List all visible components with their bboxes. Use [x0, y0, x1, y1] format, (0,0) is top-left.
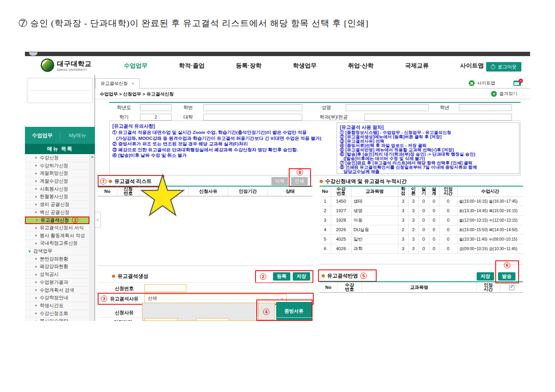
- enroll-cell: 0: [429, 234, 439, 244]
- sidebar-item-label: 검색업무: [33, 248, 52, 254]
- sidebar-item-13[interactable]: ▶분반강좌현황: [25, 255, 89, 263]
- reflect-save-button[interactable]: 저장: [477, 272, 494, 281]
- sidebar-item-16[interactable]: ▶수업평가결과: [25, 279, 89, 286]
- notice-line: 담당교수님께 제출: [340, 170, 517, 174]
- enroll-cell: 0: [419, 225, 429, 234]
- sidebar-collapse-handle[interactable]: <: [95, 212, 101, 228]
- section-bullet-icon: [109, 180, 112, 183]
- sidebar-item-label: 계절희망신청: [40, 170, 68, 177]
- sidebar-item-20[interactable]: ▶수강신청조회: [25, 310, 89, 318]
- form-field-학기[interactable]: 2: [140, 114, 172, 121]
- apply-no-input[interactable]: [144, 284, 186, 292]
- form-field-성명[interactable]: [346, 104, 429, 111]
- sidebar-item-14[interactable]: ▶폐강강좌현황: [25, 263, 89, 271]
- period-start-input[interactable]: [144, 318, 178, 321]
- favorite-link[interactable]: ★ 즐겨찾기: [491, 91, 517, 97]
- sidebar-item-19[interactable]: ▶학생시간표: [25, 302, 89, 310]
- sidebar-item-3[interactable]: ▶계절수강신청: [25, 177, 89, 185]
- site-header: 대구대학교 DAEGU UNIVERSITY 수업업무학적·졸업등록·장학학생업…: [25, 56, 530, 75]
- form-field-학번[interactable]: [203, 104, 302, 111]
- select-all-checkbox[interactable]: [509, 285, 514, 290]
- delete-button[interactable]: 삭제: [271, 177, 288, 185]
- sidebar-item-15[interactable]: ▶성적공시: [25, 271, 89, 279]
- sidebar-scrollbar[interactable]: [89, 154, 95, 321]
- create-save-button[interactable]: 저장: [293, 272, 310, 281]
- nav-item-1[interactable]: 학적·졸업: [179, 62, 205, 70]
- table-row[interactable]: 54025일반33000월(10:30~11:45) 수(09:00~10:15…: [320, 234, 523, 244]
- enroll-cell: 0: [429, 206, 439, 215]
- enroll-cell: 4025: [331, 234, 351, 244]
- sidebar-tab-mymenu[interactable]: My메뉴: [60, 132, 95, 139]
- table-row[interactable]: 42026DU실용22000화(15:00~15:50) 목(14:00~14:…: [320, 225, 523, 234]
- sidebar-item-11[interactable]: ▶국내학점교류신청: [25, 240, 89, 248]
- create-section-title: 유고결석생성: [112, 273, 148, 280]
- nav-item-5[interactable]: 국제교류: [405, 62, 429, 70]
- sidebar-item-17[interactable]: ▶수업계획서 검색: [25, 286, 89, 294]
- notice-left-title: [유고결석 유의사항]: [112, 123, 155, 129]
- reflect-col-header-check: [500, 282, 523, 292]
- nav-item-6[interactable]: 사이트맵: [460, 62, 484, 70]
- enroll-col-header-1: 수강 번호: [331, 187, 351, 196]
- enroll-cell: 0: [439, 244, 457, 253]
- sidebar-item-10[interactable]: ▶봉사 활동계획서 작성: [25, 232, 89, 240]
- sidebar-item-4[interactable]: ▶사회봉사신청: [25, 185, 89, 193]
- form-field-학과(부)/전공[interactable]: [364, 114, 512, 121]
- sidebar-item-label: 봉사이수열람: [40, 318, 68, 321]
- absence-reason-value: 선택: [148, 296, 157, 302]
- notice-line: (가상강좌, MOOC강좌 등 원격수업과 학습기간이 유고결석 허용기간보다 …: [112, 136, 334, 141]
- period-end-input[interactable]: [196, 318, 229, 321]
- table-row[interactable]: 31928아동33000월(12:00~13:15) 수(12:00~13:15…: [320, 215, 523, 225]
- favorite-star-icon: ★: [491, 91, 497, 97]
- sidebar-item-7[interactable]: ▶백신 공결신청: [25, 209, 89, 217]
- tab-label: 유고결석신청: [100, 81, 128, 87]
- sidebar-tab-lecture[interactable]: 수업업무: [25, 132, 60, 139]
- section-bullet-icon: [112, 275, 115, 278]
- period-label: 인정기간: [114, 319, 133, 321]
- create-section-divider: [98, 266, 313, 266]
- table-row[interactable]: 21927생명33000화(13:30~14:45) 목(15:00~16:15…: [320, 206, 523, 215]
- form-field-학년[interactable]: [459, 104, 512, 111]
- logout-button[interactable]: 로그아웃: [486, 62, 521, 72]
- triangle-right-icon: ▶: [35, 312, 37, 315]
- sidebar-item-18[interactable]: ▶수강학점안내: [25, 294, 89, 302]
- nav-item-0[interactable]: 수업업무: [124, 62, 148, 70]
- sidebar-item-1[interactable]: ▶수강허가신청: [25, 162, 89, 170]
- sidebar-item-5[interactable]: ▶헌혈봉사신청: [25, 193, 89, 201]
- register-button[interactable]: 등록: [273, 272, 290, 281]
- form-field-대학[interactable]: [203, 114, 302, 121]
- sidebar-item-12[interactable]: ∨검색업무: [25, 247, 89, 255]
- table-row[interactable]: 64026과학33000금(09:00~10:15) 금(10:30~11:45…: [320, 244, 523, 253]
- nav-item-3[interactable]: 학생업무: [293, 62, 316, 70]
- period-separator: ~: [183, 319, 186, 321]
- sidebar-tabs: 수업업무 My메뉴: [25, 127, 95, 144]
- university-logo[interactable]: 대구대학교 DAEGU UNIVERSITY: [41, 58, 92, 72]
- sidebar-item-9[interactable]: ▶유고결석신청서 서식: [25, 224, 89, 232]
- notice-line: ④ [발송]이후 날짜 수정 및 취소 불가: [112, 153, 334, 158]
- nav-item-4[interactable]: 취업·산학: [348, 62, 374, 70]
- scroll-up-icon[interactable]: [91, 156, 94, 158]
- tab-absence-apply[interactable]: 유고결석신청 ×: [95, 78, 140, 89]
- enroll-cell: 3: [398, 244, 408, 253]
- form-field-학년도[interactable]: [140, 104, 172, 111]
- sidebar-item-8[interactable]: ▶유고결석신청1: [25, 217, 89, 224]
- main-nav: 수업업무학적·졸업등록·장학학생업무취업·산학국제교류사이트맵: [124, 56, 484, 75]
- close-window-icon[interactable]: [513, 81, 521, 86]
- send-button[interactable]: 발송: [498, 272, 515, 281]
- sidebar-item-0[interactable]: ▶수강신청: [25, 154, 89, 162]
- table-row[interactable]: 11450생태33000월(15:00~16:15) 월(16:30~17:45…: [320, 196, 523, 206]
- print-button[interactable]: 인쇄: [291, 177, 308, 185]
- sidebar-item-6[interactable]: ▶생리 공결신청: [25, 201, 89, 209]
- reflect-section-divider: [320, 264, 523, 264]
- sidebar-item-2[interactable]: ▶계절희망신청: [25, 170, 89, 177]
- sidebar-item-21[interactable]: ▶봉사이수열람: [25, 317, 89, 321]
- notice-box: [유고결석 유의사항] ① 유고결석 적용은 대면수업 및 실시간 Zoom 수…: [109, 122, 521, 175]
- triangle-right-icon: ▶: [35, 304, 37, 307]
- apply-no-label: 신청번호: [115, 285, 134, 292]
- form-label: 학년: [434, 104, 455, 111]
- nav-item-2[interactable]: 등록·장학: [236, 62, 261, 70]
- list-col-header-5: 상태: [268, 187, 313, 196]
- tab-close-icon[interactable]: ×: [132, 81, 134, 86]
- sitemap-link[interactable]: ▦ 사이트맵: [469, 80, 495, 86]
- enroll-col-header-4: 이 론: [408, 187, 419, 196]
- triangle-right-icon: ▶: [35, 265, 37, 268]
